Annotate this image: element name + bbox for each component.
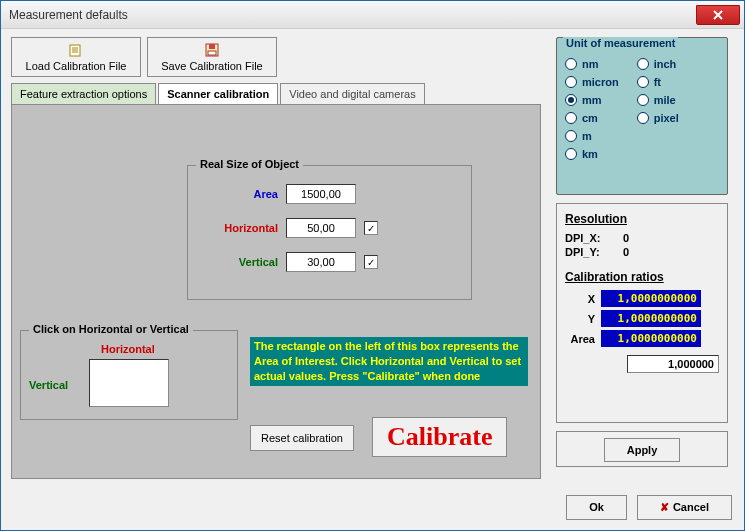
ratio-factor-input[interactable]: 1,000000 (627, 355, 719, 373)
apply-bar: Apply (556, 431, 728, 467)
aoi-vertical-label: Vertical (29, 379, 68, 391)
aoi-group: Click on Horizontal or Vertical Horizont… (20, 330, 238, 420)
unit-radio-m[interactable]: m (565, 130, 619, 142)
unit-radio-km[interactable]: km (565, 148, 619, 160)
unit-label: inch (654, 58, 677, 70)
radio-icon (565, 112, 577, 124)
file-save-icon (204, 42, 220, 58)
resolution-heading: Resolution (565, 212, 719, 226)
unit-radio-pixel[interactable]: pixel (637, 112, 679, 124)
vertical-input[interactable]: 30,00 (286, 252, 356, 272)
svg-rect-3 (208, 51, 216, 55)
calibration-hint: The rectangle on the left of this box re… (250, 337, 528, 386)
cancel-icon: ✘ (660, 501, 669, 513)
radio-icon (637, 76, 649, 88)
unit-label: mm (582, 94, 602, 106)
load-calibration-label: Load Calibration File (26, 60, 127, 72)
ratio-area-label: Area (565, 333, 595, 345)
ratio-area-value: 1,0000000000 (601, 330, 701, 347)
area-label: Area (210, 188, 278, 200)
radio-icon (637, 94, 649, 106)
load-calibration-button[interactable]: Load Calibration File (11, 37, 141, 77)
right-column: Unit of measurement nmmicronmmcmmkm inch… (556, 37, 728, 467)
tab-scanner-calibration[interactable]: Scanner calibration (158, 83, 278, 104)
unit-radio-mile[interactable]: mile (637, 94, 679, 106)
dpiy-label: DPI_Y: (565, 246, 613, 258)
vertical-checkbox[interactable]: ✓ (364, 255, 378, 269)
unit-radio-ft[interactable]: ft (637, 76, 679, 88)
area-input[interactable]: 1500,00 (286, 184, 356, 204)
save-calibration-label: Save Calibration File (161, 60, 263, 72)
horizontal-label: Horizontal (210, 222, 278, 234)
unit-radio-micron[interactable]: micron (565, 76, 619, 88)
tab-feature-extraction[interactable]: Feature extraction options (11, 83, 156, 104)
ratio-x-label: X (565, 293, 595, 305)
dpix-label: DPI_X: (565, 232, 613, 244)
radio-icon (565, 130, 577, 142)
unit-radio-nm[interactable]: nm (565, 58, 619, 70)
ok-button[interactable]: Ok (566, 495, 627, 520)
radio-icon (565, 94, 577, 106)
ratios-heading: Calibration ratios (565, 270, 719, 284)
real-size-legend: Real Size of Object (196, 158, 303, 170)
svg-rect-2 (209, 44, 215, 49)
tab-video-cameras[interactable]: Video and digital cameras (280, 83, 424, 104)
cancel-button[interactable]: ✘Cancel (637, 495, 732, 520)
radio-icon (565, 76, 577, 88)
reset-calibration-button[interactable]: Reset calibration (250, 425, 354, 451)
unit-radio-cm[interactable]: cm (565, 112, 619, 124)
horizontal-input[interactable]: 50,00 (286, 218, 356, 238)
file-open-icon (68, 42, 84, 58)
unit-label: pixel (654, 112, 679, 124)
aoi-horizontal-label: Horizontal (101, 343, 155, 355)
resolution-ratios-group: Resolution DPI_X: 0 DPI_Y: 0 Calibration… (556, 203, 728, 423)
radio-icon (565, 148, 577, 160)
unit-label: nm (582, 58, 599, 70)
dialog-buttons: Ok ✘Cancel (566, 495, 732, 520)
radio-icon (637, 112, 649, 124)
close-icon (713, 10, 723, 20)
dpix-value: 0 (623, 232, 629, 244)
window-title: Measurement defaults (9, 8, 128, 22)
unit-label: ft (654, 76, 661, 88)
unit-legend: Unit of measurement (563, 37, 678, 49)
dialog-body: Load Calibration File Save Calibration F… (1, 29, 744, 530)
save-calibration-button[interactable]: Save Calibration File (147, 37, 277, 77)
unit-label: mile (654, 94, 676, 106)
unit-label: micron (582, 76, 619, 88)
radio-icon (565, 58, 577, 70)
vertical-label: Vertical (210, 256, 278, 268)
dpiy-value: 0 (623, 246, 629, 258)
aoi-rectangle[interactable] (89, 359, 169, 407)
unit-radio-mm[interactable]: mm (565, 94, 619, 106)
ratio-x-value: 1,0000000000 (601, 290, 701, 307)
unit-label: km (582, 148, 598, 160)
unit-of-measurement-group: Unit of measurement nmmicronmmcmmkm inch… (556, 37, 728, 195)
radio-icon (637, 58, 649, 70)
ratio-y-value: 1,0000000000 (601, 310, 701, 327)
ratio-y-label: Y (565, 313, 595, 325)
aoi-legend: Click on Horizontal or Vertical (29, 323, 193, 335)
close-button[interactable] (696, 5, 740, 25)
unit-label: cm (582, 112, 598, 124)
titlebar: Measurement defaults (1, 1, 744, 29)
horizontal-checkbox[interactable]: ✓ (364, 221, 378, 235)
dialog-window: Measurement defaults Load Calibration Fi… (0, 0, 745, 531)
cancel-label: Cancel (673, 501, 709, 513)
calibrate-button[interactable]: Calibrate (372, 417, 507, 457)
apply-button[interactable]: Apply (604, 438, 681, 462)
tab-panel-scanner-calibration: Real Size of Object Area 1500,00 Horizon… (11, 104, 541, 479)
unit-label: m (582, 130, 592, 142)
real-size-group: Real Size of Object Area 1500,00 Horizon… (187, 165, 472, 300)
unit-radio-inch[interactable]: inch (637, 58, 679, 70)
